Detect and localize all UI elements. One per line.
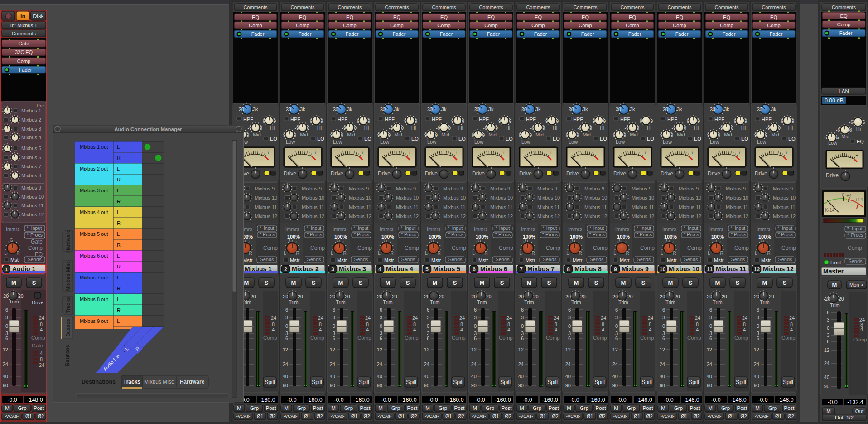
svg-text:Out: Out [855, 409, 864, 414]
svg-text:Audio Connection Manager: Audio Connection Manager [114, 127, 182, 132]
svg-text:-146.0: -146.0 [636, 397, 652, 403]
svg-text:-160.0: -160.0 [306, 397, 322, 403]
svg-text:K-14: K-14 [825, 208, 835, 213]
svg-text:6: 6 [849, 127, 852, 132]
svg-text:M: M [11, 279, 16, 286]
svg-text:*: * [27, 233, 29, 238]
svg-text:Mixbus 12: Mixbus 12 [21, 212, 44, 217]
svg-text:Mixbus 3 out: Mixbus 3 out [80, 188, 108, 193]
svg-text:Mixbus 8: Mixbus 8 [21, 173, 41, 178]
svg-text:Tracks: Tracks [65, 297, 71, 313]
svg-text:4: 4 [40, 351, 43, 356]
svg-text:L: L [117, 166, 120, 171]
svg-text:*: * [847, 226, 849, 231]
svg-text:L: L [117, 275, 120, 280]
svg-text:-160.0: -160.0 [259, 397, 275, 403]
svg-text:Out: 1/2: Out: 1/2 [835, 415, 854, 420]
svg-text:EQ: EQ [857, 139, 864, 144]
svg-text:Grp: Grp [18, 405, 26, 411]
svg-text:Mixbus 3: Mixbus 3 [21, 126, 41, 132]
svg-text:R: R [117, 155, 121, 161]
svg-text:12: 12 [824, 347, 829, 353]
svg-text:C: C [10, 238, 13, 243]
svg-text:In: Mixbus 1: In: Mixbus 1 [10, 23, 37, 28]
svg-text:Mixbus 12: Mixbus 12 [763, 265, 794, 273]
svg-text:Comp: Comp [837, 22, 850, 27]
svg-text:Mixbus 2: Mixbus 2 [292, 265, 319, 273]
svg-text:R: R [117, 264, 121, 269]
svg-text:+14: +14 [855, 197, 863, 202]
svg-text:Comp: Comp [17, 58, 30, 64]
svg-text:Mixbus 4: Mixbus 4 [21, 135, 41, 140]
svg-text:8: 8 [567, 266, 570, 273]
svg-text:Mixbus 11: Mixbus 11 [716, 265, 746, 273]
svg-text:R: R [117, 286, 121, 291]
svg-text:Mixbus 9 out: Mixbus 9 out [80, 318, 108, 324]
svg-text:Mixbus 10: Mixbus 10 [21, 194, 44, 200]
svg-text:S: S [32, 279, 36, 286]
svg-text:Hardware: Hardware [65, 230, 71, 253]
svg-text:Mixbus 5: Mixbus 5 [433, 265, 460, 273]
svg-text:40: 40 [3, 374, 8, 379]
svg-text:2: 2 [284, 266, 287, 273]
svg-text:*: * [27, 226, 29, 231]
svg-text:Gate: Gate [19, 41, 29, 46]
svg-text:-160.0: -160.0 [495, 397, 511, 403]
svg-text:7: 7 [520, 266, 523, 273]
svg-text:-146.0: -146.0 [777, 397, 793, 403]
svg-text:+4: +4 [846, 193, 852, 198]
svg-text:-6: -6 [825, 339, 829, 344]
svg-text:-VCAs-: -VCAs- [5, 414, 19, 419]
svg-text:-160.0: -160.0 [448, 397, 463, 403]
svg-text:Mixbus 4 out: Mixbus 4 out [80, 210, 108, 215]
svg-text:R: R [117, 242, 121, 248]
svg-text:R: R [117, 220, 121, 226]
svg-text:-132.4: -132.4 [847, 399, 863, 405]
svg-text:L: L [117, 297, 120, 302]
svg-text:L: L [117, 318, 120, 324]
svg-text:8: 8 [40, 356, 43, 362]
svg-text:Mixbus 6: Mixbus 6 [480, 265, 507, 273]
svg-text:Fader: Fader [839, 30, 853, 36]
svg-text:Hi: Hi [856, 126, 861, 132]
svg-text:-20: -20 [824, 296, 830, 302]
svg-text:M: M [832, 282, 837, 288]
svg-text:Audio 1: Audio 1 [12, 265, 36, 273]
svg-text:-: - [831, 153, 832, 158]
svg-text:-160.0: -160.0 [589, 397, 605, 403]
svg-text:Mon >: Mon > [849, 282, 863, 288]
svg-text:*: * [847, 233, 849, 238]
svg-text:4: 4 [40, 327, 43, 332]
svg-text:Comp: Comp [853, 337, 867, 342]
svg-text:0: 0 [827, 325, 829, 331]
svg-text:+: + [856, 153, 858, 158]
svg-text:-0.0: -0.0 [7, 397, 17, 403]
svg-text:12: 12 [754, 266, 760, 273]
svg-text:Hardware: Hardware [180, 379, 205, 385]
svg-text:R: R [117, 177, 121, 182]
svg-text:-160.0: -160.0 [400, 397, 416, 403]
svg-text:Input: Input [852, 226, 862, 231]
svg-text:40: 40 [824, 375, 829, 380]
svg-text:Mixbus 1: Mixbus 1 [21, 108, 41, 113]
svg-text:Mixbus 9: Mixbus 9 [21, 185, 41, 190]
svg-text:In: In [20, 13, 25, 19]
svg-text:Mixbus 10: Mixbus 10 [669, 265, 699, 273]
svg-text:24: 24 [39, 362, 44, 368]
svg-text:L: L [4, 251, 7, 256]
svg-text:Mixbus 8: Mixbus 8 [574, 265, 602, 273]
svg-text:3: 3 [827, 317, 829, 322]
svg-text:Mixbus 7: Mixbus 7 [21, 164, 41, 169]
svg-text:Input: Input [31, 225, 42, 231]
svg-text:Busses: Busses [65, 319, 71, 336]
svg-text:Gate: Gate [31, 239, 43, 245]
svg-text:Post: Post [34, 405, 44, 411]
svg-text:Drive: Drive [32, 300, 43, 305]
svg-text:Procs: Procs [30, 232, 43, 238]
svg-text:Mstr: Mstr [10, 257, 20, 263]
svg-text:M: M [826, 409, 831, 414]
svg-text:Ø2: Ø2 [38, 414, 44, 419]
svg-text:0: 0 [5, 323, 8, 329]
svg-text:Low: Low [828, 140, 837, 146]
svg-text:Mixbus 7 out: Mixbus 7 out [80, 275, 108, 280]
